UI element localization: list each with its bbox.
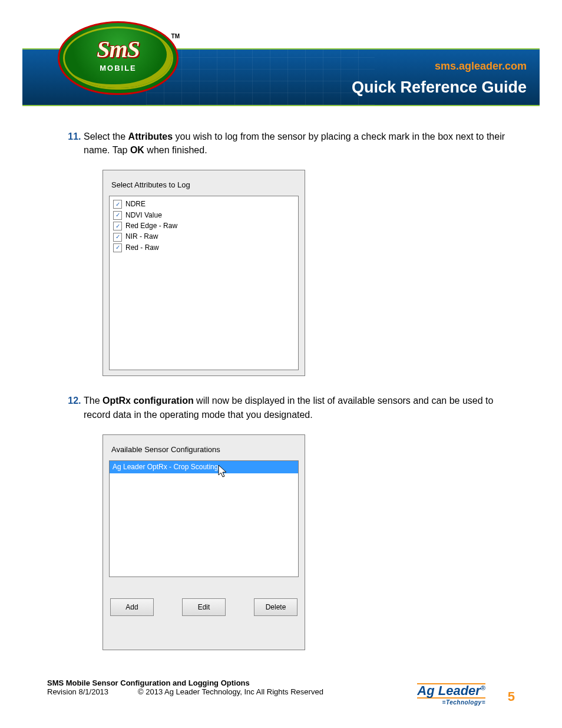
banner-grid-decoration bbox=[146, 50, 375, 105]
attr-label: NDRE bbox=[125, 199, 146, 209]
available-sensor-dialog: Available Sensor Configurations Ag Leade… bbox=[103, 434, 305, 650]
attr-row-rededge[interactable]: ✓ Red Edge - Raw bbox=[113, 221, 295, 231]
sms-mobile-logo: SmS MOBILE TM bbox=[58, 21, 178, 95]
available-sensor-label: Available Sensor Configurations bbox=[111, 444, 296, 456]
content-area: Select the Attributes you wish to log fr… bbox=[47, 130, 515, 668]
step-11-bold-attributes: Attributes bbox=[128, 131, 173, 141]
dialog-button-row: Add Edit Delete bbox=[109, 598, 299, 620]
header-banner: sms.agleader.com Quick Reference Guide S… bbox=[22, 21, 540, 104]
add-button[interactable]: Add bbox=[110, 598, 154, 616]
select-attributes-label: Select Attributes to Log bbox=[111, 180, 296, 191]
step-11-bold-ok: OK bbox=[130, 145, 144, 155]
step-11: Select the Attributes you wish to log fr… bbox=[84, 130, 515, 376]
ag-leader-logo-text: Ag Leader bbox=[417, 683, 481, 698]
step-12-bold-optrx: OptRx configuration bbox=[103, 396, 194, 406]
logo-tm: TM bbox=[171, 33, 180, 39]
attr-row-red[interactable]: ✓ Red - Raw bbox=[113, 243, 295, 253]
attr-label: NDVI Value bbox=[125, 210, 162, 220]
sensor-config-listbox[interactable]: Ag Leader OptRx - Crop Scouting bbox=[109, 460, 299, 577]
logo-text-main: SmS bbox=[58, 35, 178, 63]
step-12-text-a: The bbox=[84, 396, 103, 406]
page-footer: SMS Mobile Sensor Configuration and Logg… bbox=[47, 678, 515, 706]
ag-leader-logo-sub: =Technology= bbox=[417, 699, 485, 706]
checkbox-checked-icon[interactable]: ✓ bbox=[113, 233, 122, 242]
edit-button[interactable]: Edit bbox=[182, 598, 226, 616]
banner-url: sms.agleader.com bbox=[435, 60, 527, 73]
attr-label: Red Edge - Raw bbox=[125, 221, 177, 231]
checkbox-checked-icon[interactable]: ✓ bbox=[113, 222, 122, 230]
logo-text-sub: MOBILE bbox=[58, 64, 178, 73]
footer-revision: Revision 8/1/2013 bbox=[47, 687, 108, 696]
footer-copyright: © 2013 Ag Leader Technology, Inc All Rig… bbox=[138, 687, 323, 696]
attr-row-nir[interactable]: ✓ NIR - Raw bbox=[113, 232, 295, 242]
step-12: The OptRx configuration will now be disp… bbox=[84, 394, 515, 650]
checkbox-checked-icon[interactable]: ✓ bbox=[113, 243, 122, 252]
attr-row-ndvi[interactable]: ✓ NDVI Value bbox=[113, 210, 295, 220]
document-page: sms.agleader.com Quick Reference Guide S… bbox=[0, 0, 562, 728]
checkbox-checked-icon[interactable]: ✓ bbox=[113, 211, 122, 220]
delete-button[interactable]: Delete bbox=[254, 598, 297, 616]
attr-label: Red - Raw bbox=[125, 243, 159, 253]
attr-label: NIR - Raw bbox=[125, 232, 158, 242]
banner-title: Quick Reference Guide bbox=[352, 78, 527, 97]
checkbox-checked-icon[interactable]: ✓ bbox=[113, 200, 122, 209]
step-11-text-c: when finished. bbox=[144, 145, 207, 155]
attr-row-ndre[interactable]: ✓ NDRE bbox=[113, 199, 295, 209]
select-attributes-dialog: Select Attributes to Log ✓ NDRE ✓ NDVI V… bbox=[103, 170, 305, 376]
sensor-config-item-selected[interactable]: Ag Leader OptRx - Crop Scouting bbox=[110, 461, 298, 473]
attributes-listbox[interactable]: ✓ NDRE ✓ NDVI Value ✓ Red Edge - Raw ✓ bbox=[109, 196, 299, 370]
instruction-list: Select the Attributes you wish to log fr… bbox=[47, 130, 515, 650]
page-number: 5 bbox=[508, 689, 515, 704]
ag-leader-logo: Ag Leader® =Technology= bbox=[417, 683, 485, 706]
step-11-text-a: Select the bbox=[84, 131, 128, 141]
